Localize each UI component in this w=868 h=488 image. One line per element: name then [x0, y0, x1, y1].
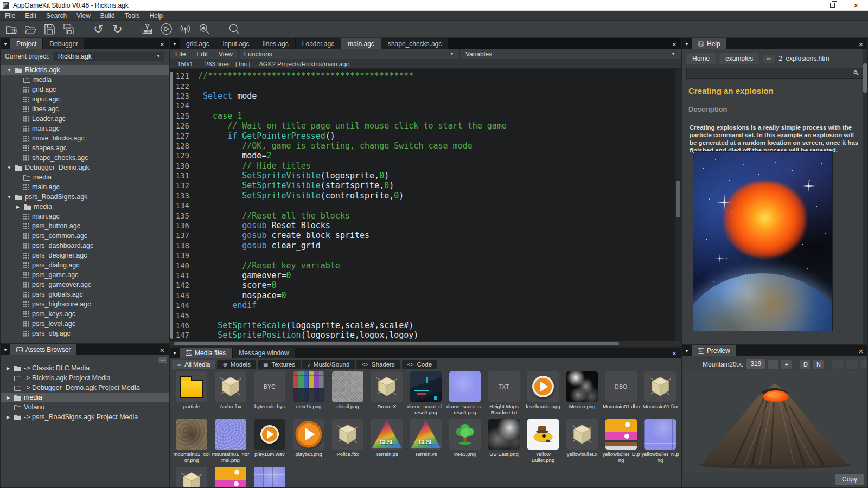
minimize-button[interactable] — [796, 0, 820, 10]
build-button[interactable] — [138, 21, 157, 37]
redo-button[interactable]: ↻ — [108, 21, 127, 37]
preview-blank-button[interactable] — [846, 360, 858, 369]
media-item-police-fbx[interactable]: Police.fbx — [328, 418, 367, 466]
media-item-mexico-png[interactable]: Mexico.png — [563, 370, 602, 418]
dock-arrow-icon[interactable]: ▼ — [1, 38, 10, 49]
filter-code[interactable]: <>Code — [402, 360, 437, 369]
tree-item-psrs-obj-agc[interactable]: psrs_obj.agc — [1, 329, 169, 338]
chevron-right-icon[interactable]: ▶ — [5, 395, 11, 400]
media-item-particle[interactable]: particle — [172, 370, 211, 418]
save-all-button[interactable] — [59, 21, 78, 37]
tab-media-files[interactable]: Media files — [180, 348, 232, 358]
save-button[interactable] — [40, 21, 59, 37]
open-project-button[interactable] — [21, 21, 40, 37]
media-item[interactable] — [250, 466, 289, 487]
media-item-playbut-png[interactable]: playbut.png — [289, 418, 328, 466]
close-icon[interactable]: × — [156, 38, 169, 49]
chevron-right-icon[interactable]: ▶ — [5, 415, 11, 420]
tree-item-main-agc[interactable]: main.agc — [1, 182, 169, 192]
filter-textures[interactable]: ▦Textures — [258, 360, 301, 369]
menu-view[interactable]: View — [72, 12, 95, 20]
preview-minus-button[interactable]: - — [768, 360, 778, 369]
filter-music-sound[interactable]: ♪Music/Sound — [302, 360, 355, 369]
media-item-yellowbullet-x[interactable]: yellowbullet.x — [563, 418, 602, 466]
media-item-mountain01-color-png[interactable]: mountain01_color.png — [172, 418, 211, 466]
tree-item-grid-agc[interactable]: grid.agc — [1, 85, 169, 94]
tree-item-psrs-level-agc[interactable]: psrs_level.agc — [1, 319, 169, 329]
tree-item-psrs-button-agc[interactable]: psrs_button.agc — [1, 221, 169, 231]
chevron-right-icon[interactable]: ▶ — [15, 204, 21, 209]
variables-dropdown[interactable]: Variables ▼ — [459, 49, 681, 59]
close-icon[interactable]: × — [156, 344, 169, 355]
dock-arrow-icon[interactable]: ▼ — [682, 345, 692, 356]
media-item-ctex1b-png[interactable]: ctex1b.png — [289, 370, 328, 418]
media-item-terrain-ps[interactable]: GLSLTerrain.ps — [367, 418, 406, 466]
tree-item-lines-agc[interactable]: lines.agc — [1, 104, 169, 114]
menu-file[interactable]: File — [0, 12, 20, 20]
help-search-input[interactable] — [690, 69, 853, 78]
preview-plus-button[interactable]: + — [781, 360, 792, 369]
tree-item-media[interactable]: media — [1, 75, 169, 85]
run-button[interactable] — [157, 21, 176, 37]
tree-item-psrs-roadsigns-agk[interactable]: ▼psrs_RoadSigns.agk — [1, 192, 169, 202]
chevron-down-icon[interactable]: ▼ — [6, 195, 12, 200]
media-item-mountain01-normal-png[interactable]: mountain01_normal.png — [211, 418, 250, 466]
dock-arrow-icon[interactable]: ▼ — [682, 38, 692, 49]
media-item-drone-scout-n-result-png[interactable]: drone_scout_n_result.png — [445, 370, 484, 418]
tree-item-media[interactable]: media — [1, 172, 169, 182]
editor-menu-edit[interactable]: Edit — [191, 49, 213, 59]
media-item-drone-scout-d-result-png[interactable]: drone_scout_d_result.png — [406, 370, 445, 418]
editor-tab-loader-agc[interactable]: Loader.agc — [296, 38, 341, 49]
tree-item-media[interactable]: ▶media — [1, 393, 169, 402]
menu-edit[interactable]: Edit — [20, 12, 41, 20]
preview-d-button[interactable]: D — [800, 360, 810, 369]
media-item-us-east-png[interactable]: US East.png — [484, 418, 524, 466]
media-item-play16m-wav[interactable]: play16m.wav — [250, 418, 289, 466]
filter-models[interactable]: ⊕Models — [217, 360, 256, 369]
dock-arrow-icon[interactable]: ▼ — [170, 38, 180, 49]
editor-menu-view[interactable]: View — [213, 49, 238, 59]
editor-horizontal-scrollbar[interactable] — [170, 341, 681, 346]
media-item[interactable] — [211, 466, 250, 487]
tree-item-main-agc[interactable]: main.agc — [1, 211, 169, 221]
undo-button[interactable]: ↺ — [89, 21, 108, 37]
media-item-detail-png[interactable]: detail.png — [328, 370, 367, 418]
tree-item-psrs-roadsigns-agk-project-media[interactable]: ▶-> psrs_RoadSigns.agk Project Media — [1, 412, 169, 422]
tree-item-move-blocks-agc[interactable]: move_blocks.agc — [1, 133, 169, 143]
preview-n-button[interactable]: N — [813, 360, 824, 369]
media-item-bytecode-byc[interactable]: BYCbytecode.byc — [250, 370, 289, 418]
functions-dropdown[interactable]: Functions ▼ — [238, 49, 459, 59]
close-icon[interactable]: × — [668, 348, 681, 358]
dock-arrow-icon[interactable]: ▼ — [170, 348, 180, 358]
tree-item-psrs-designer-agc[interactable]: psrs_designer.agc — [1, 251, 169, 260]
tree-item-main-agc[interactable]: main.agc — [1, 124, 169, 133]
search-button[interactable] — [225, 21, 244, 37]
close-icon[interactable]: × — [668, 38, 681, 49]
menu-help[interactable]: Help — [145, 12, 168, 20]
tree-item-shape-checks-agc[interactable]: shape_checks.agc — [1, 153, 169, 163]
restore-button[interactable] — [820, 0, 844, 10]
scrollbar-thumb[interactable] — [174, 342, 619, 345]
help-scrollbar[interactable] — [863, 49, 867, 344]
tree-item-volano[interactable]: Volano — [1, 402, 169, 412]
menu-search[interactable]: Search — [41, 12, 72, 20]
media-item-levelmusic-ogg[interactable]: levelmusic.ogg — [524, 370, 563, 418]
tab-message-window[interactable]: Message window — [233, 348, 295, 358]
media-item-yellow-bullet-png[interactable]: Yellow Bullet.png — [524, 418, 563, 466]
media-item-mountain01-fbx[interactable]: Mountain01.fbx — [641, 370, 680, 418]
link-icon[interactable]: ∞ — [763, 55, 775, 63]
debug-button[interactable] — [195, 21, 214, 37]
media-item[interactable] — [172, 466, 211, 487]
menu-tools[interactable]: Tools — [120, 12, 145, 20]
filter-shaders[interactable]: <>Shaders — [356, 360, 400, 369]
tree-item-loader-agc[interactable]: Loader.agc — [1, 114, 169, 124]
tree-item-input-agc[interactable]: input.agc — [1, 94, 169, 104]
preview-blank-button[interactable] — [832, 360, 844, 369]
tree-item-psrs-keys-agc[interactable]: psrs_keys.agc — [1, 309, 169, 319]
tree-item-shapes-agc[interactable]: shapes.agc — [1, 143, 169, 153]
close-button[interactable]: × — [844, 0, 868, 10]
chevron-down-icon[interactable]: ▼ — [6, 165, 12, 170]
tree-item-debugger-demo-agk[interactable]: ▼Debugger_Demo.agk — [1, 163, 169, 172]
close-icon[interactable]: × — [854, 38, 867, 49]
editor-tab-input-agc[interactable]: input.agc — [216, 38, 256, 49]
